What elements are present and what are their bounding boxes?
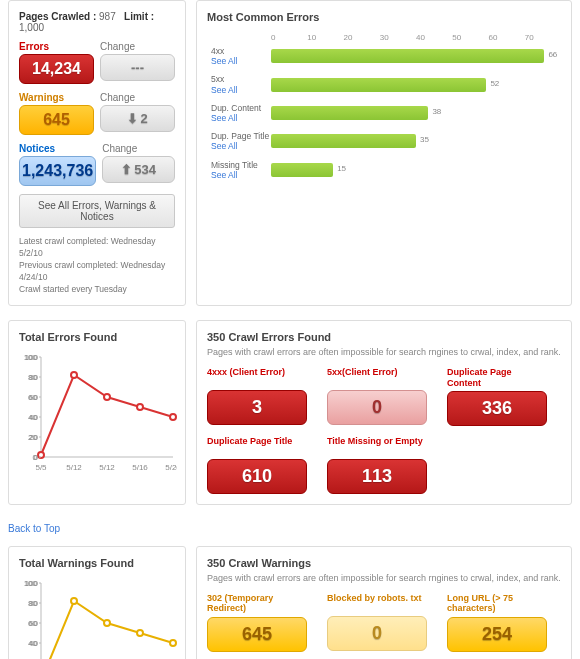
errors-value[interactable]: 14,234	[19, 54, 94, 84]
see-all-link[interactable]: See All	[211, 113, 271, 123]
common-errors-chart: 010203040506070 4xxSee All665xxSee All52…	[207, 33, 561, 180]
svg-text:20: 20	[29, 433, 38, 442]
total-errors-title: Total Errors Found	[19, 331, 175, 343]
crawl-errors-sub: Pages with crawl errors are often imposs…	[207, 347, 561, 357]
tile-label: Long URL (> 75 characters)	[447, 593, 547, 614]
metric-tile[interactable]: Long URL (> 75 characters)254	[447, 593, 547, 652]
svg-text:5/5: 5/5	[35, 463, 47, 472]
tile-value: 0	[327, 616, 427, 651]
tile-value: 0	[327, 390, 427, 425]
tile-label: 5xx(Client Error)	[327, 367, 427, 387]
svg-text:40: 40	[29, 639, 38, 648]
summary-panel: Pages Crawled : 987 Limit : 1,000 Errors…	[8, 0, 186, 306]
see-all-link[interactable]: See All	[211, 56, 271, 66]
svg-text:60: 60	[29, 393, 38, 402]
tile-value: 610	[207, 459, 307, 494]
crawl-header: Pages Crawled : 987 Limit : 1,000	[19, 11, 175, 33]
total-errors-chart: 0204060801005/55/125/125/165/26020406080…	[19, 353, 177, 473]
metric-tile[interactable]: Title Missing or Empty113	[327, 436, 427, 494]
svg-text:40: 40	[29, 413, 38, 422]
total-errors-panel: Total Errors Found 0204060801005/55/125/…	[8, 320, 186, 505]
see-all-link[interactable]: See All	[211, 141, 271, 151]
tile-label: 4xxx (Client Error)	[207, 367, 307, 387]
svg-text:5/16: 5/16	[132, 463, 148, 472]
notices-value[interactable]: 1,243,736	[19, 156, 96, 186]
crawl-errors-panel: 350 Crawl Errors Found Pages with crawl …	[196, 320, 572, 505]
down-arrow-icon: ⬇	[127, 111, 138, 126]
notices-change: ⬆534	[102, 156, 175, 183]
common-errors-title: Most Common Errors	[207, 11, 561, 23]
svg-text:100: 100	[25, 353, 39, 362]
common-errors-panel: Most Common Errors 010203040506070 4xxSe…	[196, 0, 572, 306]
crawl-errors-title: 350 Crawl Errors Found	[207, 331, 561, 343]
svg-point-36	[104, 620, 110, 626]
hbar-row: 4xxSee All66	[211, 46, 561, 66]
tile-value: 336	[447, 391, 547, 426]
tile-value: 3	[207, 390, 307, 425]
total-warnings-title: Total Warnings Found	[19, 557, 175, 569]
change-label: Change	[100, 41, 175, 52]
warnings-change: ⬇2	[100, 105, 175, 132]
total-warnings-chart: 0204060801005/55/125/125/165/26020406080…	[19, 579, 177, 659]
warnings-value[interactable]: 645	[19, 105, 94, 135]
svg-point-38	[170, 640, 176, 646]
tile-value: 113	[327, 459, 427, 494]
metric-tile[interactable]: 4xxx (Client Error)3	[207, 367, 307, 426]
back-to-top-link[interactable]: Back to Top	[0, 519, 68, 538]
svg-text:0: 0	[34, 453, 39, 462]
svg-text:5/12: 5/12	[66, 463, 82, 472]
svg-text:80: 80	[29, 373, 38, 382]
crawl-warnings-title: 350 Crawl Warnings	[207, 557, 561, 569]
tile-label: Title Missing or Empty	[327, 436, 427, 456]
svg-point-9	[137, 404, 143, 410]
errors-change: ---	[100, 54, 175, 81]
tile-label: Duplicate Page Title	[207, 436, 307, 456]
tile-label: 302 (Temporary Redirect)	[207, 593, 307, 614]
see-all-button[interactable]: See All Errors, Warnings & Notices	[19, 194, 175, 228]
svg-point-37	[137, 630, 143, 636]
metric-tile[interactable]: Duplicate Page Content336	[447, 367, 547, 426]
metric-tile[interactable]: 5xx(Client Error)0	[327, 367, 427, 426]
see-all-link[interactable]: See All	[211, 170, 271, 180]
crawl-info: Latest crawl completed: Wednesday 5/2/10…	[19, 236, 175, 295]
metric-tile[interactable]: 302 (Temporary Redirect)645	[207, 593, 307, 652]
svg-point-8	[104, 394, 110, 400]
notices-label: Notices	[19, 143, 96, 154]
total-warnings-panel: Total Warnings Found 0204060801005/55/12…	[8, 546, 186, 659]
svg-text:5/12: 5/12	[99, 463, 115, 472]
crawl-warnings-sub: Pages with crawl errors are often imposs…	[207, 573, 561, 583]
tile-value: 645	[207, 617, 307, 652]
svg-point-7	[71, 372, 77, 378]
metric-tile[interactable]: Duplicate Page Title610	[207, 436, 307, 494]
hbar-row: 5xxSee All52	[211, 74, 561, 94]
warnings-label: Warnings	[19, 92, 94, 103]
svg-point-10	[170, 414, 176, 420]
hbar-row: Missing TitleSee All15	[211, 160, 561, 180]
hbar-row: Dup. ContentSee All38	[211, 103, 561, 123]
see-all-link[interactable]: See All	[211, 85, 271, 95]
svg-text:60: 60	[29, 619, 38, 628]
tile-value: 254	[447, 617, 547, 652]
errors-label: Errors	[19, 41, 94, 52]
svg-text:5/26: 5/26	[165, 463, 177, 472]
tile-label: Blocked by robots. txt	[327, 593, 427, 613]
svg-text:80: 80	[29, 599, 38, 608]
svg-point-35	[71, 598, 77, 604]
hbar-row: Dup. Page TitleSee All35	[211, 131, 561, 151]
svg-text:100: 100	[25, 579, 39, 588]
crawl-warnings-panel: 350 Crawl Warnings Pages with crawl erro…	[196, 546, 572, 659]
metric-tile[interactable]: Blocked by robots. txt0	[327, 593, 427, 652]
tile-label: Duplicate Page Content	[447, 367, 547, 388]
up-arrow-icon: ⬆	[121, 162, 132, 177]
